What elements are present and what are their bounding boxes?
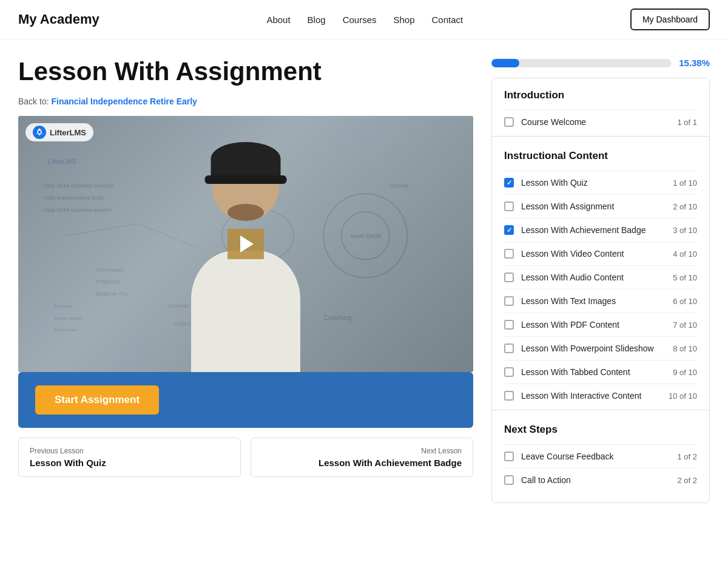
item-label: Lesson With Text Images (521, 296, 668, 306)
lesson-title: Lesson With Assignment (18, 58, 473, 86)
section-title-2: Next Steps (504, 424, 697, 436)
section-divider (492, 410, 709, 410)
item-label: Lesson With Achievement Badge (521, 225, 668, 235)
sidebar-item[interactable]: Lesson With Powerpoint Slideshow8 of 10 (504, 336, 697, 360)
checkbox-icon[interactable] (504, 344, 514, 353)
sidebar-item[interactable]: Course Welcome1 of 1 (504, 110, 697, 134)
item-label: Lesson With Powerpoint Slideshow (521, 344, 668, 353)
video-background: LifterLMS LifterLMS I help niche busines… (18, 116, 473, 372)
dashboard-button[interactable]: My Dashboard (630, 8, 710, 30)
sidebar-item[interactable]: Lesson With Interactive Content10 of 10 (504, 384, 697, 407)
item-label: Lesson With Audio Content (521, 273, 668, 282)
sidebar-section-0: IntroductionCourse Welcome1 of 1 (492, 78, 709, 134)
section-divider (492, 136, 709, 137)
item-count: 10 of 10 (669, 391, 697, 401)
sidebar-item[interactable]: Lesson With Text Images6 of 10 (504, 289, 697, 313)
sidebar-item[interactable]: Lesson With Video Content4 of 10 (504, 242, 697, 265)
svg-point-1 (38, 130, 41, 133)
next-lesson-label: Next Lesson (262, 447, 462, 455)
checkbox-icon[interactable] (504, 225, 514, 235)
checkbox-icon[interactable] (504, 391, 514, 401)
progress-row: 15.38% (491, 58, 710, 68)
sidebar-item[interactable]: Lesson With Audio Content5 of 10 (504, 265, 697, 289)
progress-percent: 15.38% (679, 58, 710, 68)
item-count: 6 of 10 (673, 297, 697, 306)
sidebar-item[interactable]: Lesson With Achievement Badge3 of 10 (504, 218, 697, 242)
checkbox-icon[interactable] (504, 475, 514, 485)
item-count: 2 of 10 (673, 202, 697, 211)
nav-about[interactable]: About (266, 15, 290, 25)
item-label: Lesson With Video Content (521, 249, 668, 259)
checkbox-icon[interactable] (504, 452, 514, 461)
item-count: 8 of 10 (673, 344, 697, 353)
checkbox-icon[interactable] (504, 201, 514, 211)
video-play-overlay[interactable] (228, 229, 264, 259)
lesson-navigation: Previous Lesson Lesson With Quiz Next Le… (18, 438, 473, 477)
item-count: 2 of 2 (677, 476, 697, 485)
nav-courses[interactable]: Courses (343, 15, 377, 25)
nav-shop[interactable]: Shop (393, 15, 414, 25)
back-link-row: Back to: Financial Independence Retire E… (18, 96, 473, 106)
item-label: Leave Course Feedback (521, 452, 672, 461)
next-lesson-card[interactable]: Next Lesson Lesson With Achievement Badg… (251, 438, 473, 477)
lifter-lms-label: LifterLMS (50, 128, 86, 137)
checkbox-icon[interactable] (504, 273, 514, 282)
prev-lesson-card[interactable]: Previous Lesson Lesson With Quiz (18, 438, 241, 477)
checkbox-icon[interactable] (504, 117, 514, 127)
item-count: 9 of 10 (673, 368, 697, 377)
checkbox-icon[interactable] (504, 249, 514, 259)
checkbox-icon[interactable] (504, 178, 514, 188)
section-title-1: Instructional Content (504, 150, 697, 162)
sidebar-section-2: Next StepsLeave Course Feedback1 of 2Cal… (492, 413, 709, 503)
site-logo: My Academy (18, 12, 99, 27)
checkbox-icon[interactable] (504, 320, 514, 330)
progress-track (491, 59, 672, 67)
item-count: 1 of 10 (673, 178, 697, 188)
sidebar-item[interactable]: Lesson With Tabbed Content9 of 10 (504, 360, 697, 384)
person-body (191, 251, 300, 372)
item-label: Lesson With Assignment (521, 201, 668, 211)
nav-blog[interactable]: Blog (308, 15, 326, 25)
sidebar-panel: IntroductionCourse Welcome1 of 1Instruct… (491, 78, 710, 503)
next-lesson-title: Lesson With Achievement Badge (262, 458, 462, 468)
item-label: Lesson With PDF Content (521, 320, 668, 330)
play-icon (240, 235, 254, 252)
assignment-box: Start Assignment (18, 372, 473, 428)
sidebar-item[interactable]: Lesson With Quiz1 of 10 (504, 171, 697, 194)
item-label: Lesson With Quiz (521, 178, 668, 188)
sidebar-column: 15.38% IntroductionCourse Welcome1 of 1I… (491, 58, 710, 503)
course-back-link[interactable]: Financial Independence Retire Early (51, 96, 197, 106)
back-label: Back to: (18, 96, 49, 106)
video-player[interactable]: LifterLMS LifterLMS I help niche busines… (18, 116, 473, 372)
sidebar-item[interactable]: Leave Course Feedback1 of 2 (504, 444, 697, 468)
start-assignment-button[interactable]: Start Assignment (35, 385, 159, 415)
checkbox-icon[interactable] (504, 367, 514, 377)
section-title-0: Introduction (504, 89, 697, 101)
person-cap-brim (205, 175, 287, 184)
item-count: 5 of 10 (673, 273, 697, 282)
item-count: 7 of 10 (673, 320, 697, 330)
prev-lesson-title: Lesson With Quiz (30, 458, 229, 468)
video-logo: LifterLMS (25, 123, 93, 141)
person-cap (211, 142, 281, 175)
item-count: 1 of 2 (677, 452, 697, 461)
item-label: Call to Action (521, 475, 672, 485)
content-column: Lesson With Assignment Back to: Financia… (18, 58, 473, 503)
item-label: Lesson With Tabbed Content (521, 367, 668, 377)
nav-contact[interactable]: Contact (432, 15, 463, 25)
sidebar-item[interactable]: Lesson With PDF Content7 of 10 (504, 313, 697, 336)
main-nav: About Blog Courses Shop Contact (266, 15, 463, 25)
item-label: Lesson With Interactive Content (521, 391, 664, 401)
item-count: 4 of 10 (673, 249, 697, 259)
item-count: 1 of 1 (677, 118, 697, 127)
prev-lesson-label: Previous Lesson (30, 447, 229, 455)
site-header: My Academy About Blog Courses Shop Conta… (0, 0, 728, 39)
progress-fill (491, 59, 519, 67)
item-label: Course Welcome (521, 117, 672, 127)
checkbox-icon[interactable] (504, 296, 514, 306)
sidebar-section-1: Instructional ContentLesson With Quiz1 o… (492, 139, 709, 407)
item-count: 3 of 10 (673, 226, 697, 235)
sidebar-item[interactable]: Lesson With Assignment2 of 10 (504, 194, 697, 218)
sidebar-item[interactable]: Call to Action2 of 2 (504, 468, 697, 492)
